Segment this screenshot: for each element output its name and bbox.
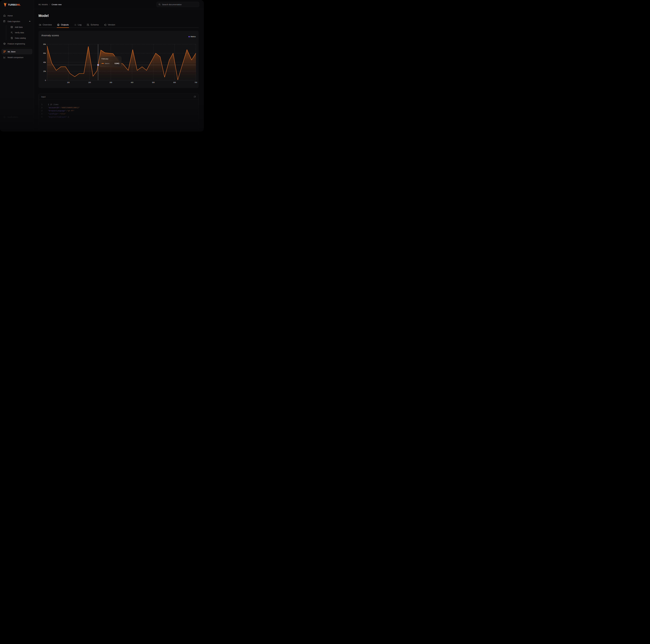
sidebar-item-label: Add data xyxy=(15,26,23,28)
line-number: 1 xyxy=(39,103,45,106)
chart-line-icon xyxy=(3,56,6,59)
tooltip-series-name: Metric xyxy=(105,63,109,65)
schema-nodes-icon xyxy=(87,24,89,26)
app-window: TURBOML Home Data Ingestion xyxy=(0,0,204,131)
code-line: 4"cardType":"VISA" xyxy=(39,112,198,115)
versions-icon xyxy=(104,24,106,26)
sidebar-footer: Notifications xyxy=(0,114,34,120)
home-icon xyxy=(3,14,6,17)
input-card-header: Input xyxy=(39,94,198,100)
tooltip-series-swatch xyxy=(102,63,104,64)
columns-icon xyxy=(39,24,41,26)
sidebar-item-label: ML Store xyxy=(8,50,15,53)
tab-label: Overview xyxy=(43,24,52,26)
breadcrumb-separator: / xyxy=(49,3,50,6)
breadcrumb-ml-models[interactable]: ML Models xyxy=(38,3,48,6)
sidebar-divider xyxy=(3,47,31,48)
svg-text:400: 400 xyxy=(131,82,133,83)
sidebar-item-verify-data[interactable]: Verify data xyxy=(9,30,32,35)
list-check-icon xyxy=(10,31,13,34)
line-number: 4 xyxy=(39,112,45,115)
line-number: 2 xyxy=(39,106,45,109)
input-card-title: Input xyxy=(41,96,45,98)
search-input[interactable] xyxy=(162,3,197,6)
tab-label: Schema xyxy=(91,24,99,26)
svg-text:200: 200 xyxy=(88,82,91,83)
brand-logo[interactable]: TURBOML xyxy=(0,0,34,7)
database-upload-icon xyxy=(3,20,6,23)
svg-text:100: 100 xyxy=(67,82,70,83)
sidebar-item-label: Data catalog xyxy=(15,37,26,39)
code-line: 5"digitalItemCount":1 xyxy=(39,115,198,118)
svg-text:300: 300 xyxy=(109,82,112,83)
page-title: Model xyxy=(38,14,49,18)
server-icon xyxy=(10,26,13,28)
tab-label: Log xyxy=(78,24,81,26)
code-line: 1{ 25 items xyxy=(39,103,198,106)
brand-name: TURBOML xyxy=(8,3,21,6)
svg-text:500: 500 xyxy=(152,82,154,83)
sidebar-item-model-comparison[interactable]: Model comparison xyxy=(2,55,32,60)
svg-text:60k: 60k xyxy=(43,52,46,54)
tab-overview[interactable]: Overview xyxy=(38,22,52,28)
sidebar-item-label: Verify data xyxy=(15,32,24,34)
input-card: Input 1{ 25 items2"accountID":"A98515689… xyxy=(38,93,198,131)
tab-label: Version xyxy=(108,24,115,26)
svg-text:40k: 40k xyxy=(43,62,46,63)
svg-text:600: 600 xyxy=(173,82,176,83)
sidebar-nav: Home Data Ingestion Add data xyxy=(0,13,34,60)
breadcrumb: ML Models / Create new xyxy=(38,3,62,6)
tooltip-value: 0.941 xyxy=(115,62,119,65)
search-icon xyxy=(158,3,161,6)
svg-text:700: 700 xyxy=(194,82,197,83)
sidebar-item-data-ingestion[interactable]: Data Ingestion xyxy=(2,19,32,24)
tab-label: Outputs xyxy=(61,24,69,26)
code-line: 2"accountID":"A985156895130012" xyxy=(39,106,198,109)
anomaly-scores-card: Anomaly scores Metrics 020k40k60k80k1002… xyxy=(38,31,198,88)
cube-icon xyxy=(3,42,6,45)
sidebar-item-label: Model comparison xyxy=(7,56,24,59)
line-number: 3 xyxy=(39,109,45,112)
tab-bar: Overview Outputs Log Schema Version xyxy=(38,22,198,28)
circle-arrow-down-icon xyxy=(57,24,60,26)
json-code-block[interactable]: 1{ 25 items2"accountID":"A98515689513001… xyxy=(39,100,198,118)
tab-version[interactable]: Version xyxy=(104,22,115,28)
tab-schema[interactable]: Schema xyxy=(86,22,99,28)
sidebar-item-label: Notifications xyxy=(7,116,18,118)
workflow-icon xyxy=(3,50,6,53)
sidebar-subnav: Add data Verify data Data catalog xyxy=(6,25,34,41)
svg-text:80k: 80k xyxy=(43,43,46,45)
sidebar-item-notifications[interactable]: Notifications xyxy=(2,114,32,119)
search-box[interactable] xyxy=(156,2,199,7)
notebook-check-icon xyxy=(10,37,13,39)
sidebar: TURBOML Home Data Ingestion xyxy=(0,0,34,131)
list-icon xyxy=(74,24,76,26)
sidebar-item-add-data[interactable]: Add data xyxy=(9,25,32,30)
sidebar-item-label: Home xyxy=(7,14,13,17)
svg-text:20k: 20k xyxy=(43,70,46,72)
topbar: ML Models / Create new xyxy=(34,0,204,9)
breadcrumb-create-new[interactable]: Create new xyxy=(51,3,62,6)
chevron-up-icon[interactable] xyxy=(29,21,31,22)
sidebar-item-ml-store[interactable]: ML Store xyxy=(2,49,32,54)
sidebar-item-data-catalog[interactable]: Data catalog xyxy=(9,35,32,41)
line-number: 5 xyxy=(39,115,45,118)
tooltip-title: February xyxy=(100,56,121,61)
sidebar-item-label: Data Ingestion xyxy=(7,20,20,23)
sidebar-item-label: Feature engineering xyxy=(7,43,25,45)
tab-log[interactable]: Log xyxy=(74,22,82,28)
code-line: 3"browserLanguage":"pt-PT" xyxy=(39,109,198,112)
bell-icon xyxy=(3,116,6,118)
tab-outputs[interactable]: Outputs xyxy=(57,22,69,28)
sidebar-item-home[interactable]: Home xyxy=(2,13,32,18)
svg-text:0: 0 xyxy=(45,79,46,81)
turboml-logo-icon xyxy=(4,3,7,7)
chart-tooltip: February Metric 0.941 xyxy=(100,56,121,67)
copy-icon[interactable] xyxy=(194,96,196,98)
sidebar-item-feature-engineering[interactable]: Feature engineering xyxy=(2,41,32,46)
